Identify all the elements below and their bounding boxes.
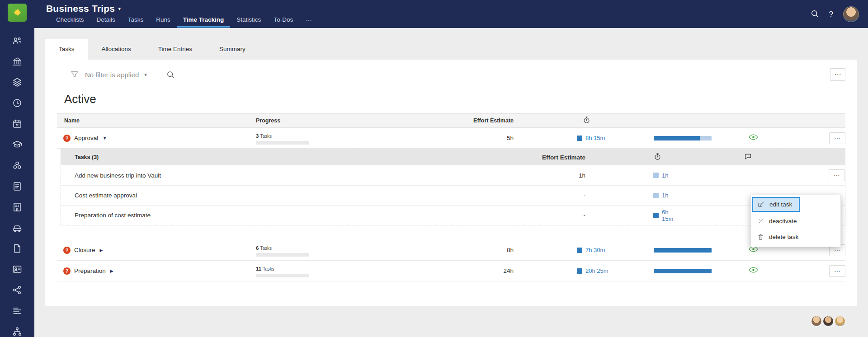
menu-item-label: deactivate (769, 218, 797, 225)
contact-card-icon[interactable] (12, 264, 23, 275)
group-name: Closure (74, 247, 95, 253)
row-more-button[interactable]: ⋯ (829, 265, 845, 277)
collapse-caret-icon[interactable]: ▼ (103, 136, 107, 140)
tracked-time-link[interactable]: 7h 30m (585, 247, 605, 253)
subtab-summary[interactable]: Summary (206, 39, 259, 60)
task-row: Preparation of cost estimate - 6h 15m (61, 205, 845, 225)
time-square-icon (577, 268, 582, 274)
tasks-word: Tasks (263, 267, 274, 271)
expand-caret-icon[interactable]: ▶ (110, 269, 113, 273)
checklist-icon[interactable] (12, 181, 23, 192)
task-name[interactable]: Add new business trip into Vault (61, 172, 513, 179)
organization-icon[interactable] (12, 56, 23, 67)
task-name[interactable]: Cost estimate approval (61, 192, 513, 199)
tasks-progress-track (256, 274, 309, 277)
nav-tab-todos[interactable]: To-Dos (267, 15, 299, 28)
task-time-cell: 6h 15m (585, 209, 676, 222)
user-avatar[interactable] (811, 316, 822, 327)
row-more-button[interactable]: ⋯ (829, 132, 845, 144)
calendar-icon[interactable] (12, 118, 23, 129)
tracked-time-link[interactable]: 20h 25m (585, 267, 609, 274)
context-menu: edit task deactivate delete task (750, 195, 841, 247)
group-approval[interactable]: ? Approval ▼ (57, 135, 256, 142)
column-header-effort: Effort Estimate (401, 117, 514, 124)
team-icon[interactable] (12, 35, 23, 46)
app-logo[interactable]: ✹ (8, 4, 27, 22)
nav-tab-tasks[interactable]: Tasks (122, 15, 150, 28)
group-name: Preparation (74, 267, 106, 274)
progress-bar-cell (654, 269, 749, 273)
group-name: Approval (74, 135, 98, 141)
title-caret-icon[interactable]: ▾ (118, 5, 121, 12)
menu-item-delete-task[interactable]: delete task (751, 229, 840, 245)
top-nav-tabs: Checklists Details Tasks Runs Time Track… (50, 15, 868, 28)
layers-icon[interactable] (12, 77, 23, 88)
group-closure[interactable]: ? Closure ▶ (57, 247, 256, 254)
top-header: Business Trips ▾ Checklists Details Task… (34, 0, 868, 28)
tasks-progress-track (256, 253, 309, 257)
task-effort: - (513, 212, 585, 219)
share-icon[interactable] (12, 285, 23, 295)
filter-funnel-icon[interactable] (70, 70, 80, 80)
document-icon[interactable] (12, 243, 23, 254)
status-question-icon: ? (63, 267, 71, 275)
trash-icon (757, 233, 764, 241)
header-actions: ? (810, 6, 859, 22)
menu-item-deactivate[interactable]: deactivate (751, 213, 840, 229)
subtable-header: Tasks (3) Effort Estimate (61, 149, 845, 165)
eye-icon[interactable] (749, 134, 758, 140)
table-row: ? Preparation ▶ 11Tasks 24h 20h 25m (57, 261, 845, 281)
menu-item-edit-task[interactable]: edit task (752, 197, 800, 212)
stopwatch-icon (582, 116, 591, 124)
subtab-tasks[interactable]: Tasks (45, 39, 88, 60)
filter-label[interactable]: No filter is applied (85, 71, 139, 79)
task-row: Add new business trip into Vault 1h 1h ⋯ (61, 165, 845, 185)
task-effort: 1h (513, 172, 585, 179)
cluster-icon[interactable] (12, 160, 23, 171)
task-time-cell: 1h (585, 172, 676, 179)
time-cell: 20h 25m (514, 267, 654, 274)
page-title[interactable]: Business Trips (46, 3, 115, 14)
task-time-cell: 1h (585, 192, 676, 199)
clock-icon[interactable] (12, 98, 23, 108)
education-icon[interactable] (12, 139, 23, 150)
nav-tab-details[interactable]: Details (90, 15, 122, 28)
search-icon[interactable] (810, 9, 819, 20)
car-icon[interactable] (12, 222, 23, 233)
tracked-time-link[interactable]: 6h 15m (662, 209, 676, 222)
task-more-button[interactable]: ⋯ (829, 169, 845, 181)
tasks-word: Tasks (260, 134, 272, 139)
group-preparation[interactable]: ? Preparation ▶ (57, 267, 256, 275)
progress-cell: 3Tasks (256, 131, 401, 145)
eye-icon[interactable] (749, 267, 758, 273)
help-icon[interactable]: ? (829, 10, 833, 19)
panel-more-button[interactable]: ⋯ (830, 68, 845, 81)
expanded-tasks-container: Tasks (3) Effort Estimate Add new busine… (61, 149, 845, 225)
subtab-time-entries[interactable]: Time Entries (145, 39, 206, 60)
nav-tab-statistics[interactable]: Statistics (230, 15, 267, 28)
tracked-time-link[interactable]: 8h 15m (585, 135, 605, 141)
participant-avatars (45, 316, 857, 327)
expand-caret-icon[interactable]: ▶ (100, 248, 103, 253)
tracked-time-link[interactable]: 1h (662, 192, 668, 199)
progress-bar-fill (654, 248, 712, 253)
time-cell: 8h 15m (514, 135, 654, 141)
table-search-icon[interactable] (166, 70, 175, 79)
user-avatar[interactable] (823, 316, 834, 327)
workflow-icon[interactable] (12, 326, 23, 337)
list-icon[interactable] (12, 305, 23, 316)
building-icon[interactable] (12, 201, 23, 212)
task-name[interactable]: Preparation of cost estimate (61, 212, 513, 219)
nav-tab-checklists[interactable]: Checklists (50, 15, 90, 28)
nav-tab-runs[interactable]: Runs (150, 15, 177, 28)
time-square-icon (653, 173, 659, 178)
filter-caret-icon[interactable]: ▾ (144, 72, 147, 78)
nav-more-button[interactable]: ⋯ (299, 15, 318, 28)
time-square-icon (577, 248, 582, 253)
filter-row: No filter is applied ▾ ⋯ (57, 60, 845, 81)
tracked-time-link[interactable]: 1h (662, 172, 668, 179)
user-avatar[interactable] (835, 316, 845, 327)
subtab-allocations[interactable]: Allocations (88, 39, 145, 60)
user-avatar[interactable] (843, 6, 859, 22)
nav-tab-time-tracking[interactable]: Time Tracking (177, 15, 231, 28)
